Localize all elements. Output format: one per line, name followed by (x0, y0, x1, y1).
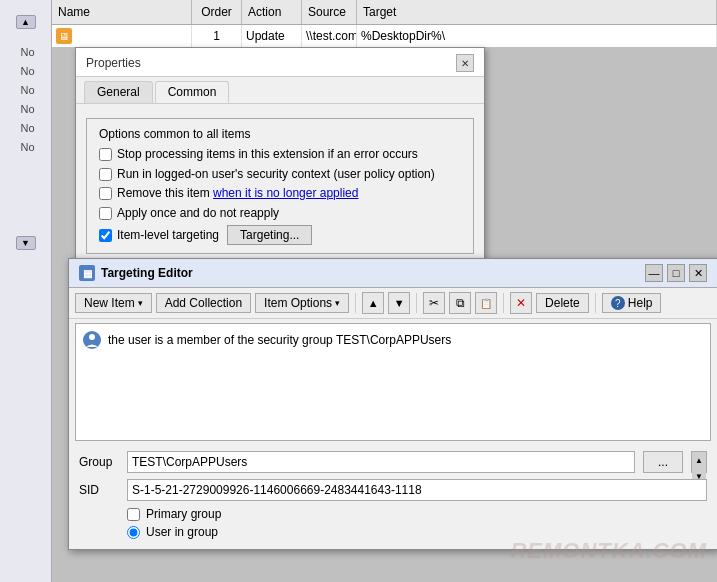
targeting-editor-title: ▦ Targeting Editor (79, 265, 193, 281)
new-item-button[interactable]: New Item ▾ (75, 293, 152, 313)
rule-item: the user is a member of the security gro… (82, 330, 704, 350)
properties-close-btn[interactable]: ✕ (456, 54, 474, 72)
targeting-props: Group ... ▲ ▼ SID Primary group User in … (69, 445, 717, 549)
help-icon: ? (611, 296, 625, 310)
options-group-legend: Options common to all items (99, 127, 461, 141)
user-in-group-label: User in group (146, 525, 218, 539)
checkbox-row-1: Stop processing items in this extension … (99, 147, 461, 163)
nav-up-btn[interactable]: ▲ (362, 292, 384, 314)
sidebar-item-4: No (16, 100, 34, 118)
checkbox-apply-once[interactable] (99, 207, 112, 220)
nav-down-btn[interactable]: ▼ (388, 292, 410, 314)
sidebar-item-5: No (16, 119, 34, 137)
help-label: Help (628, 296, 653, 310)
cell-action: Update (242, 25, 302, 47)
checkbox-item-targeting[interactable] (99, 229, 112, 242)
properties-content: Options common to all items Stop process… (76, 104, 484, 264)
add-collection-label: Add Collection (165, 296, 242, 310)
checkbox-row-2: Run in logged-on user's security context… (99, 167, 461, 183)
properties-dialog: Properties ✕ General Common Options comm… (75, 47, 485, 265)
sidebar-item-2: No (16, 62, 34, 80)
rule-text: the user is a member of the security gro… (108, 333, 451, 347)
col-action[interactable]: Action (242, 0, 302, 24)
te-window-buttons: — □ ✕ (645, 264, 707, 282)
checkbox-logged-label: Run in logged-on user's security context… (117, 167, 435, 183)
new-item-label: New Item (84, 296, 135, 310)
te-toolbar: New Item ▾ Add Collection Item Options ▾… (69, 288, 717, 319)
browse-button[interactable]: ... (643, 451, 683, 473)
options-group: Options common to all items Stop process… (86, 118, 474, 254)
delete-button[interactable]: Delete (536, 293, 589, 313)
toolbar-separator-3 (503, 293, 504, 313)
cell-target: %DesktopDir%\ (357, 25, 717, 47)
properties-title-bar: Properties ✕ (76, 48, 484, 77)
properties-title: Properties (86, 56, 141, 70)
group-label: Group (79, 455, 119, 469)
help-button[interactable]: ? Help (602, 293, 662, 313)
checkbox-stop-processing[interactable] (99, 148, 112, 161)
sidebar-item-3: No (16, 81, 34, 99)
item-options-button[interactable]: Item Options ▾ (255, 293, 349, 313)
targeting-editor-titlebar: ▦ Targeting Editor — □ ✕ (69, 259, 717, 288)
targeting-editor: ▦ Targeting Editor — □ ✕ New Item ▾ Add … (68, 258, 717, 550)
te-minimize-btn[interactable]: — (645, 264, 663, 282)
checkbox-apply-label: Apply once and do not reapply (117, 206, 279, 222)
col-target[interactable]: Target (357, 0, 717, 24)
svg-point-1 (89, 334, 95, 340)
item-options-arrow: ▾ (335, 298, 340, 308)
group-prop-row: Group ... ▲ ▼ (79, 451, 707, 473)
scrollbar-right: ▲ ▼ (691, 451, 707, 473)
col-order[interactable]: Order (192, 0, 242, 24)
cell-order: 1 (192, 25, 242, 47)
checkbox-remove-item[interactable] (99, 187, 112, 200)
table-row[interactable]: 🖥 1 Update \\test.com\SYSVOL\test.c... %… (52, 25, 717, 47)
user-in-group-radio[interactable] (127, 526, 140, 539)
targeting-row: Item-level targeting Targeting... (99, 225, 461, 245)
sid-label: SID (79, 483, 119, 497)
sid-input[interactable] (127, 479, 707, 501)
targeting-content-area[interactable]: the user is a member of the security gro… (75, 323, 711, 441)
properties-tab-bar: General Common (76, 77, 484, 104)
delete-x-btn[interactable]: ✕ (510, 292, 532, 314)
targeting-editor-icon: ▦ (79, 265, 95, 281)
sidebar-item-6: No (16, 138, 34, 156)
new-item-arrow: ▾ (138, 298, 143, 308)
col-name[interactable]: Name (52, 0, 192, 24)
primary-group-checkbox[interactable] (127, 508, 140, 521)
cut-btn[interactable]: ✂ (423, 292, 445, 314)
toolbar-separator-4 (595, 293, 596, 313)
user-in-group-row: User in group (79, 525, 707, 539)
toolbar-separator-1 (355, 293, 356, 313)
col-source[interactable]: Source (302, 0, 357, 24)
row-icon: 🖥 (56, 28, 72, 44)
te-close-btn[interactable]: ✕ (689, 264, 707, 282)
tab-general[interactable]: General (84, 81, 153, 103)
te-restore-btn[interactable]: □ (667, 264, 685, 282)
targeting-button[interactable]: Targeting... (227, 225, 312, 245)
table-header: Name Order Action Source Target (52, 0, 717, 25)
sid-prop-row: SID (79, 479, 707, 501)
delete-label: Delete (545, 296, 580, 310)
tab-common[interactable]: Common (155, 81, 230, 103)
sidebar-collapse-btn[interactable]: ▲ (16, 15, 36, 29)
primary-group-row: Primary group (79, 507, 707, 521)
checkbox-stop-label: Stop processing items in this extension … (117, 147, 418, 163)
primary-group-label: Primary group (146, 507, 221, 521)
checkbox-logged-on[interactable] (99, 168, 112, 181)
sidebar-item-1: No (16, 43, 34, 61)
checkbox-remove-label: Remove this item when it is no longer ap… (117, 186, 358, 202)
sidebar-expand-btn[interactable]: ▼ (16, 236, 36, 250)
cell-source: \\test.com\SYSVOL\test.c... (302, 25, 357, 47)
item-options-label: Item Options (264, 296, 332, 310)
checkbox-row-3: Remove this item when it is no longer ap… (99, 186, 461, 202)
rule-icon (82, 330, 102, 350)
copy-btn[interactable]: ⧉ (449, 292, 471, 314)
checkbox-row-4: Apply once and do not reapply (99, 206, 461, 222)
toolbar-separator-2 (416, 293, 417, 313)
item-targeting-label: Item-level targeting (117, 228, 219, 244)
cell-name: 🖥 (52, 25, 192, 47)
sidebar: ▲ No No No No No No ▼ (0, 0, 52, 582)
paste-btn[interactable]: 📋 (475, 292, 497, 314)
group-input[interactable] (127, 451, 635, 473)
add-collection-button[interactable]: Add Collection (156, 293, 251, 313)
